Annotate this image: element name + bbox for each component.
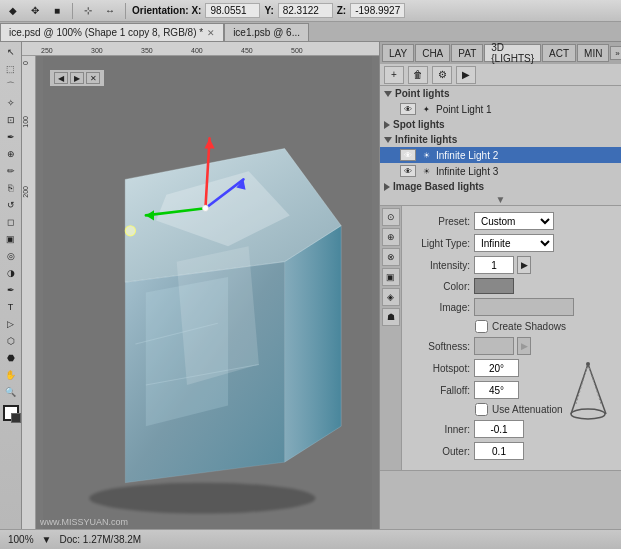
intensity-arrow[interactable]: ▶: [517, 256, 531, 274]
y-value: 82.3122: [278, 3, 333, 18]
tab-ice1-psb[interactable]: ice1.psb @ 6...: [224, 23, 309, 41]
eye-infinite3[interactable]: 👁: [400, 165, 416, 177]
light-item-point1[interactable]: 👁 ✦ Point Light 1: [380, 101, 621, 117]
settings-btn[interactable]: ⚙: [432, 66, 452, 84]
panel-tab-lay[interactable]: LAY: [382, 44, 414, 62]
left-toolbar: ↖ ⬚ ⌒ ✧ ⊡ ✒ ⊕ ✏ ⎘ ↺ ◻ ▣ ◎ ◑ ✒ T ▷ ⬡ ⬣ ✋ …: [0, 42, 22, 529]
eye-point1[interactable]: 👁: [400, 103, 416, 115]
softness-row: Softness: ▶: [410, 337, 613, 355]
softness-input[interactable]: [474, 337, 514, 355]
light-icon-infinite3: ☀: [420, 165, 432, 177]
side-icon-2[interactable]: ⊕: [382, 228, 400, 246]
light-item-infinite3[interactable]: 👁 ☀ Infinite Light 3: [380, 163, 621, 179]
light-icon-point1: ✦: [420, 103, 432, 115]
light-type-select[interactable]: Infinite: [474, 234, 554, 252]
side-icon-1[interactable]: ⊙: [382, 208, 400, 226]
image-lights-header[interactable]: Image Based lights: [380, 179, 621, 194]
add-light-btn[interactable]: +: [384, 66, 404, 84]
tool-wand[interactable]: ✧: [2, 95, 20, 111]
sep-2: [125, 3, 126, 19]
panel-tab-cha[interactable]: CHA: [415, 44, 450, 62]
tool-eyedrop[interactable]: ✒: [2, 129, 20, 145]
outer-input[interactable]: [474, 442, 524, 460]
panel-tab-3d[interactable]: 3D {LIGHTS}: [484, 44, 541, 62]
infinite-light-3-label: Infinite Light 3: [436, 166, 498, 177]
tool-icon-1[interactable]: ◆: [4, 2, 22, 20]
tool-icon-3[interactable]: ■: [48, 2, 66, 20]
softness-arrow[interactable]: ▶: [517, 337, 531, 355]
tool-brush[interactable]: ✏: [2, 163, 20, 179]
side-icon-6[interactable]: ☗: [382, 308, 400, 326]
svg-point-17: [125, 226, 135, 236]
image-control: [474, 298, 574, 316]
side-icon-4[interactable]: ▣: [382, 268, 400, 286]
tool-crop[interactable]: ⊡: [2, 112, 20, 128]
tool-3d[interactable]: ⬣: [2, 350, 20, 366]
tool-shape[interactable]: ⬡: [2, 333, 20, 349]
hotspot-label: Hotspot:: [410, 363, 470, 374]
tool-blur[interactable]: ◎: [2, 248, 20, 264]
point-light-1-label: Point Light 1: [436, 104, 492, 115]
panel-collapse[interactable]: »: [610, 46, 621, 60]
foreground-color[interactable]: [3, 405, 19, 421]
infinite-light-2-label: Infinite Light 2: [436, 150, 498, 161]
cone-diagram: [566, 359, 611, 424]
tool-icon-4[interactable]: ⊹: [79, 2, 97, 20]
tool-move[interactable]: ↖: [2, 44, 20, 60]
nav-next[interactable]: ▶: [70, 72, 84, 84]
create-shadows-label: Create Shadows: [492, 321, 566, 332]
scroll-down[interactable]: ▼: [380, 194, 621, 205]
panel-tab-min[interactable]: MIN: [577, 44, 609, 62]
side-icon-5[interactable]: ◈: [382, 288, 400, 306]
tool-icon-2[interactable]: ✥: [26, 2, 44, 20]
tool-hand[interactable]: ✋: [2, 367, 20, 383]
create-shadows-checkbox[interactable]: [475, 320, 488, 333]
light-item-infinite2[interactable]: 👁 ☀ Infinite Light 2: [380, 147, 621, 163]
tool-select-rect[interactable]: ⬚: [2, 61, 20, 77]
nav-prev[interactable]: ◀: [54, 72, 68, 84]
hotspot-input[interactable]: [474, 359, 519, 377]
outer-control: [474, 442, 524, 460]
tool-icon-5[interactable]: ↔: [101, 2, 119, 20]
color-swatch[interactable]: [474, 278, 514, 294]
infinite-lights-label: Infinite lights: [395, 134, 457, 145]
tab-ice-psd[interactable]: ice.psd @ 100% (Shape 1 copy 8, RGB/8) *…: [0, 23, 224, 41]
inner-input[interactable]: [474, 420, 524, 438]
tool-path[interactable]: ▷: [2, 316, 20, 332]
tool-gradient[interactable]: ▣: [2, 231, 20, 247]
tab-close-1[interactable]: ✕: [207, 28, 215, 38]
delete-light-btn[interactable]: 🗑: [408, 66, 428, 84]
panel-tabs: LAY CHA PAT 3D {LIGHTS} ACT MIN »: [380, 42, 621, 64]
falloff-label: Falloff:: [410, 385, 470, 396]
image-lights-collapse-icon: [384, 183, 390, 191]
preset-select[interactable]: Custom: [474, 212, 554, 230]
falloff-input[interactable]: [474, 381, 519, 399]
canvas-content[interactable]: ◀ ▶ ✕: [36, 56, 379, 529]
nav-close[interactable]: ✕: [86, 72, 100, 84]
use-attenuation-checkbox[interactable]: [475, 403, 488, 416]
tool-eraser[interactable]: ◻: [2, 214, 20, 230]
tool-heal[interactable]: ⊕: [2, 146, 20, 162]
panel-tab-act[interactable]: ACT: [542, 44, 576, 62]
status-sep: ▼: [42, 534, 52, 545]
side-icon-3[interactable]: ⊗: [382, 248, 400, 266]
tool-pen[interactable]: ✒: [2, 282, 20, 298]
eye-infinite2[interactable]: 👁: [400, 149, 416, 161]
render-btn[interactable]: ▶: [456, 66, 476, 84]
tool-text[interactable]: T: [2, 299, 20, 315]
intensity-row: Intensity: ▶: [410, 256, 613, 274]
spot-lights-label: Spot lights: [393, 119, 445, 130]
tool-history[interactable]: ↺: [2, 197, 20, 213]
tool-dodge[interactable]: ◑: [2, 265, 20, 281]
infinite-lights-header[interactable]: Infinite lights: [380, 132, 621, 147]
tool-stamp[interactable]: ⎘: [2, 180, 20, 196]
image-input[interactable]: [474, 298, 574, 316]
spot-lights-header[interactable]: Spot lights: [380, 117, 621, 132]
tool-zoom[interactable]: 🔍: [2, 384, 20, 400]
tool-lasso[interactable]: ⌒: [2, 78, 20, 94]
panel-tab-pat[interactable]: PAT: [451, 44, 483, 62]
intensity-input[interactable]: [474, 256, 514, 274]
point-lights-header[interactable]: Point lights: [380, 86, 621, 101]
preset-label: Preset:: [410, 216, 470, 227]
svg-line-19: [588, 364, 606, 414]
